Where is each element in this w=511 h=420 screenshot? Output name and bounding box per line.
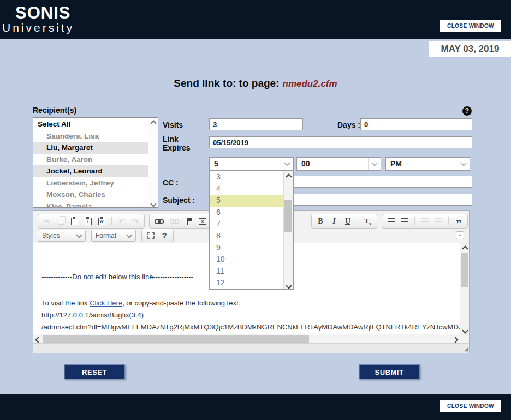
recipient-row[interactable]: Moxson, Charles <box>33 189 148 201</box>
link-icon[interactable] <box>155 217 164 226</box>
chevron-down-icon[interactable] <box>281 158 293 170</box>
resize-grip-icon[interactable]: ◢ <box>464 345 468 353</box>
days-input[interactable] <box>360 118 472 130</box>
indent-icon[interactable] <box>435 217 442 226</box>
scrollbar-thumb[interactable] <box>461 253 468 287</box>
page-title-text: Send link to: to page: <box>174 77 279 89</box>
scrollbar-corner <box>460 334 469 343</box>
unlink-icon[interactable] <box>170 217 179 226</box>
recipient-row[interactable]: Burke, Aaron <box>33 154 148 166</box>
recipients-scrollbar[interactable] <box>148 118 158 207</box>
hour-dropdown-list[interactable]: 3456789101112 <box>209 171 294 290</box>
recipients-label: Recipient(s) <box>33 106 76 115</box>
paste-icon[interactable] <box>70 217 78 226</box>
toolbar-divider <box>111 217 112 225</box>
list-group: ” <box>382 214 468 229</box>
format-combo-label: Format <box>96 232 116 239</box>
placeholder-icon[interactable]: x <box>199 217 206 226</box>
sonis-logo: SONIS University <box>2 4 74 34</box>
recipient-row[interactable]: Lieberstein, Jeffrey <box>33 177 148 189</box>
bullet-list-icon[interactable] <box>401 217 408 226</box>
scroll-down-icon[interactable] <box>284 280 293 289</box>
blockquote-icon[interactable]: ” <box>455 217 462 226</box>
close-window-button-bottom[interactable]: CLOSE WINDOW <box>440 400 501 412</box>
format-combo[interactable]: Format <box>91 230 136 242</box>
hour-option[interactable]: 7 <box>210 218 284 230</box>
toolbar-divider <box>414 217 415 225</box>
undo-icon[interactable]: ↶ <box>118 217 126 226</box>
hour-dropdown-options: 3456789101112 <box>210 171 284 289</box>
recipient-row[interactable]: Select All <box>33 118 148 130</box>
bold-icon[interactable]: B <box>317 217 324 226</box>
scroll-up-icon[interactable] <box>148 118 158 127</box>
scroll-up-icon[interactable] <box>284 171 293 180</box>
send-link-window: SONIS University CLOSE WINDOW MAY 03, 20… <box>0 0 511 420</box>
clipboard-group: ✂ T W ↶ ↷ <box>38 214 145 229</box>
paste-from-word-icon[interactable]: W <box>98 217 105 226</box>
anchor-flag-icon[interactable] <box>185 217 193 226</box>
styles-combo[interactable]: Styles <box>38 230 86 242</box>
minute-value: 00 <box>301 158 310 170</box>
days-label: Days : <box>337 121 360 129</box>
scroll-down-icon[interactable] <box>460 325 470 334</box>
copy-icon[interactable] <box>57 217 64 226</box>
minute-select[interactable]: 00 <box>296 157 381 171</box>
hour-option[interactable]: 9 <box>210 242 284 254</box>
basicstyles-group: B I U Tx <box>311 214 377 229</box>
chevron-down-icon[interactable] <box>368 158 381 170</box>
recipient-row[interactable]: Klee, Pamela <box>33 201 148 208</box>
scrollbar-thumb[interactable] <box>43 335 309 343</box>
italic-icon[interactable]: I <box>330 217 338 226</box>
hour-option[interactable]: 5 <box>210 195 284 207</box>
link-group: x <box>149 214 212 229</box>
hour-select[interactable]: 5 <box>209 157 294 171</box>
ampm-value: PM <box>390 158 402 170</box>
scroll-down-icon[interactable] <box>148 199 158 207</box>
hour-option[interactable]: 8 <box>210 230 284 242</box>
chevron-down-icon[interactable] <box>457 158 470 170</box>
page-title-target: nmedu2.cfm <box>283 79 337 89</box>
scrollbar-thumb[interactable] <box>284 200 292 232</box>
outdent-icon[interactable] <box>421 217 429 226</box>
paste-as-text-icon[interactable]: T <box>84 217 92 226</box>
cut-icon[interactable]: ✂ <box>43 217 51 226</box>
footer-bar <box>0 394 511 420</box>
scroll-left-icon[interactable] <box>33 334 43 343</box>
maximize-icon[interactable] <box>147 231 155 240</box>
header-bar: SONIS University CLOSE WINDOW <box>0 0 511 39</box>
reset-button[interactable]: RESET <box>64 364 125 379</box>
submit-button[interactable]: SUBMIT <box>359 364 420 379</box>
editor-divider-line: -------------Do not edit below this line… <box>41 273 193 281</box>
toolbar-divider <box>448 217 449 225</box>
editor-help-icon[interactable]: ? <box>161 231 168 240</box>
recipient-row[interactable]: Liu, Margaret <box>33 142 148 154</box>
visits-input[interactable] <box>209 118 303 130</box>
scroll-right-icon[interactable] <box>450 334 460 343</box>
remove-format-icon[interactable]: Tx <box>364 217 372 226</box>
redo-icon[interactable]: ↷ <box>132 217 139 226</box>
hour-option[interactable]: 6 <box>210 207 284 219</box>
editor-horizontal-scrollbar[interactable] <box>33 334 460 343</box>
recipient-row[interactable]: Jockel, Leonard <box>33 165 148 177</box>
hour-option[interactable]: 12 <box>210 277 284 289</box>
click-here-link[interactable]: Click Here <box>90 299 122 307</box>
link-expires-input[interactable] <box>209 136 472 148</box>
toolbar-collapse-button[interactable]: - <box>456 231 464 239</box>
underline-icon[interactable]: U <box>344 217 352 226</box>
toolbar-row-2: Styles Format ? <box>38 229 174 242</box>
hour-option[interactable]: 10 <box>210 254 284 266</box>
hour-option[interactable]: 11 <box>210 266 284 278</box>
ampm-select[interactable]: PM <box>385 157 470 171</box>
recipient-row[interactable]: Saunders, Lisa <box>33 130 148 142</box>
help-icon[interactable]: ? <box>462 106 472 116</box>
editor-url-line-1: http://127.0.0.1/sonis/Bugfix(3.4) <box>41 311 144 319</box>
numbered-list-icon[interactable] <box>387 217 395 226</box>
recipients-listbox[interactable]: Select AllSaunders, LisaLiu, MargaretBur… <box>33 117 158 208</box>
hour-option[interactable]: 3 <box>210 171 284 183</box>
close-window-button-top[interactable]: CLOSE WINDOW <box>440 20 501 32</box>
recipients-list: Select AllSaunders, LisaLiu, MargaretBur… <box>33 118 148 207</box>
editor-vertical-scrollbar[interactable] <box>460 243 469 334</box>
scroll-up-icon[interactable] <box>460 243 470 252</box>
dropdown-scrollbar[interactable] <box>283 171 293 289</box>
hour-option[interactable]: 4 <box>210 183 284 195</box>
